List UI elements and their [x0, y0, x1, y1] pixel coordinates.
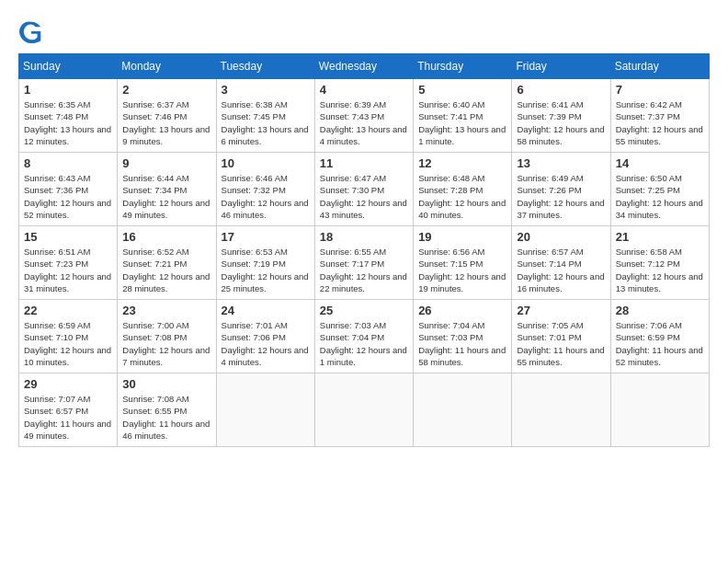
header-thursday: Thursday	[414, 54, 512, 79]
header-sunday: Sunday	[19, 54, 118, 79]
day-info: Sunrise: 6:48 AM Sunset: 7:28 PM Dayligh…	[418, 172, 506, 221]
day-info: Sunrise: 6:38 AM Sunset: 7:45 PM Dayligh…	[222, 98, 310, 147]
calendar-day-14: 14 Sunrise: 6:50 AM Sunset: 7:25 PM Dayl…	[610, 153, 709, 226]
day-number: 19	[418, 230, 506, 244]
calendar-day-27: 27 Sunrise: 7:05 AM Sunset: 7:01 PM Dayl…	[512, 300, 610, 373]
header-friday: Friday	[512, 54, 610, 79]
day-info: Sunrise: 6:35 AM Sunset: 7:48 PM Dayligh…	[24, 98, 112, 147]
day-number: 15	[24, 230, 112, 244]
page-header	[18, 18, 710, 44]
day-info: Sunrise: 7:03 AM Sunset: 7:04 PM Dayligh…	[320, 319, 408, 368]
calendar-week-4: 22 Sunrise: 6:59 AM Sunset: 7:10 PM Dayl…	[19, 300, 710, 373]
calendar-day-6: 6 Sunrise: 6:41 AM Sunset: 7:39 PM Dayli…	[512, 79, 610, 153]
calendar-day-3: 3 Sunrise: 6:38 AM Sunset: 7:45 PM Dayli…	[216, 79, 314, 153]
day-number: 4	[320, 83, 408, 97]
day-number: 17	[222, 230, 310, 244]
day-info: Sunrise: 6:56 AM Sunset: 7:15 PM Dayligh…	[418, 246, 506, 294]
calendar-day-15: 15 Sunrise: 6:51 AM Sunset: 7:23 PM Dayl…	[19, 226, 118, 300]
day-number: 20	[517, 230, 605, 244]
calendar-day-9: 9 Sunrise: 6:44 AM Sunset: 7:34 PM Dayli…	[118, 153, 216, 226]
day-info: Sunrise: 7:06 AM Sunset: 6:59 PM Dayligh…	[616, 319, 704, 368]
day-number: 5	[418, 83, 506, 97]
calendar-day-30: 30 Sunrise: 7:08 AM Sunset: 6:55 PM Dayl…	[118, 373, 216, 447]
day-info: Sunrise: 6:46 AM Sunset: 7:32 PM Dayligh…	[222, 172, 310, 221]
calendar-week-3: 15 Sunrise: 6:51 AM Sunset: 7:23 PM Dayl…	[19, 226, 710, 300]
header-monday: Monday	[118, 54, 216, 79]
calendar-day-26: 26 Sunrise: 7:04 AM Sunset: 7:03 PM Dayl…	[414, 300, 512, 373]
day-info: Sunrise: 6:50 AM Sunset: 7:25 PM Dayligh…	[616, 172, 704, 221]
day-number: 3	[222, 83, 310, 97]
calendar-day-12: 12 Sunrise: 6:48 AM Sunset: 7:28 PM Dayl…	[414, 153, 512, 226]
calendar-day-7: 7 Sunrise: 6:42 AM Sunset: 7:37 PM Dayli…	[610, 79, 709, 153]
calendar-week-2: 8 Sunrise: 6:43 AM Sunset: 7:36 PM Dayli…	[19, 153, 710, 226]
calendar-day-10: 10 Sunrise: 6:46 AM Sunset: 7:32 PM Dayl…	[216, 153, 314, 226]
calendar-day-1: 1 Sunrise: 6:35 AM Sunset: 7:48 PM Dayli…	[19, 79, 118, 153]
calendar-day-2: 2 Sunrise: 6:37 AM Sunset: 7:46 PM Dayli…	[118, 79, 216, 153]
day-info: Sunrise: 6:58 AM Sunset: 7:12 PM Dayligh…	[616, 246, 704, 294]
day-info: Sunrise: 6:55 AM Sunset: 7:17 PM Dayligh…	[320, 246, 408, 294]
day-number: 24	[222, 304, 310, 317]
day-info: Sunrise: 6:52 AM Sunset: 7:21 PM Dayligh…	[122, 246, 210, 294]
day-info: Sunrise: 6:53 AM Sunset: 7:19 PM Dayligh…	[222, 246, 310, 294]
day-info: Sunrise: 6:44 AM Sunset: 7:34 PM Dayligh…	[122, 172, 210, 221]
calendar-day-25: 25 Sunrise: 7:03 AM Sunset: 7:04 PM Dayl…	[314, 300, 413, 373]
calendar-day-29: 29 Sunrise: 7:07 AM Sunset: 6:57 PM Dayl…	[19, 373, 118, 447]
calendar-day-13: 13 Sunrise: 6:49 AM Sunset: 7:26 PM Dayl…	[512, 153, 610, 226]
calendar-day-5: 5 Sunrise: 6:40 AM Sunset: 7:41 PM Dayli…	[414, 79, 512, 153]
calendar-day-4: 4 Sunrise: 6:39 AM Sunset: 7:43 PM Dayli…	[314, 79, 413, 153]
day-info: Sunrise: 7:00 AM Sunset: 7:08 PM Dayligh…	[122, 319, 210, 368]
day-info: Sunrise: 6:59 AM Sunset: 7:10 PM Dayligh…	[24, 319, 112, 368]
logo	[18, 18, 48, 44]
day-number: 23	[122, 304, 210, 317]
empty-cell	[512, 373, 610, 447]
day-info: Sunrise: 7:05 AM Sunset: 7:01 PM Dayligh…	[517, 319, 605, 368]
day-info: Sunrise: 7:01 AM Sunset: 7:06 PM Dayligh…	[222, 319, 310, 368]
day-number: 29	[24, 377, 112, 391]
empty-cell	[414, 373, 512, 447]
day-number: 28	[616, 304, 704, 317]
day-info: Sunrise: 6:49 AM Sunset: 7:26 PM Dayligh…	[517, 172, 605, 221]
day-number: 22	[24, 304, 112, 317]
calendar-day-22: 22 Sunrise: 6:59 AM Sunset: 7:10 PM Dayl…	[19, 300, 118, 373]
day-info: Sunrise: 7:08 AM Sunset: 6:55 PM Dayligh…	[122, 393, 210, 442]
day-number: 25	[320, 304, 408, 317]
calendar-week-1: 1 Sunrise: 6:35 AM Sunset: 7:48 PM Dayli…	[19, 79, 710, 153]
day-number: 18	[320, 230, 408, 244]
day-number: 16	[122, 230, 210, 244]
empty-cell	[610, 373, 709, 447]
empty-cell	[216, 373, 314, 447]
calendar-day-24: 24 Sunrise: 7:01 AM Sunset: 7:06 PM Dayl…	[216, 300, 314, 373]
calendar-day-19: 19 Sunrise: 6:56 AM Sunset: 7:15 PM Dayl…	[414, 226, 512, 300]
calendar-table: Sunday Monday Tuesday Wednesday Thursday…	[18, 53, 710, 447]
day-number: 30	[122, 377, 210, 391]
day-number: 2	[122, 83, 210, 97]
day-info: Sunrise: 6:47 AM Sunset: 7:30 PM Dayligh…	[320, 172, 408, 221]
header-tuesday: Tuesday	[216, 54, 314, 79]
day-info: Sunrise: 6:41 AM Sunset: 7:39 PM Dayligh…	[517, 98, 605, 147]
day-number: 14	[616, 156, 704, 170]
day-number: 21	[616, 230, 704, 244]
day-number: 26	[418, 304, 506, 317]
weekday-header-row: Sunday Monday Tuesday Wednesday Thursday…	[19, 54, 710, 79]
day-info: Sunrise: 6:37 AM Sunset: 7:46 PM Dayligh…	[122, 98, 210, 147]
day-number: 8	[24, 156, 112, 170]
day-info: Sunrise: 6:57 AM Sunset: 7:14 PM Dayligh…	[517, 246, 605, 294]
day-info: Sunrise: 6:51 AM Sunset: 7:23 PM Dayligh…	[24, 246, 112, 294]
calendar-day-18: 18 Sunrise: 6:55 AM Sunset: 7:17 PM Dayl…	[314, 226, 413, 300]
day-number: 6	[517, 83, 605, 97]
calendar-day-16: 16 Sunrise: 6:52 AM Sunset: 7:21 PM Dayl…	[118, 226, 216, 300]
calendar-day-28: 28 Sunrise: 7:06 AM Sunset: 6:59 PM Dayl…	[610, 300, 709, 373]
header-wednesday: Wednesday	[314, 54, 413, 79]
calendar-day-20: 20 Sunrise: 6:57 AM Sunset: 7:14 PM Dayl…	[512, 226, 610, 300]
day-number: 11	[320, 156, 408, 170]
calendar-day-17: 17 Sunrise: 6:53 AM Sunset: 7:19 PM Dayl…	[216, 226, 314, 300]
calendar-day-23: 23 Sunrise: 7:00 AM Sunset: 7:08 PM Dayl…	[118, 300, 216, 373]
calendar-week-5: 29 Sunrise: 7:07 AM Sunset: 6:57 PM Dayl…	[19, 373, 710, 447]
day-number: 10	[222, 156, 310, 170]
day-info: Sunrise: 7:04 AM Sunset: 7:03 PM Dayligh…	[418, 319, 506, 368]
day-info: Sunrise: 7:07 AM Sunset: 6:57 PM Dayligh…	[24, 393, 112, 442]
day-number: 27	[517, 304, 605, 317]
calendar-day-11: 11 Sunrise: 6:47 AM Sunset: 7:30 PM Dayl…	[314, 153, 413, 226]
calendar-day-21: 21 Sunrise: 6:58 AM Sunset: 7:12 PM Dayl…	[610, 226, 709, 300]
day-info: Sunrise: 6:39 AM Sunset: 7:43 PM Dayligh…	[320, 98, 408, 147]
